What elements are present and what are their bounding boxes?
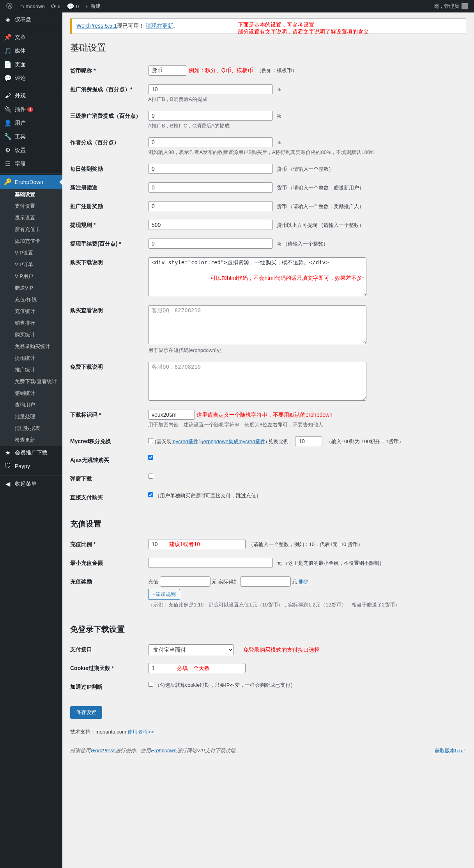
input-withdraw-fee[interactable] — [148, 239, 273, 249]
submenu-gift-vip[interactable]: 赠送VIP — [0, 282, 62, 294]
input-bonus-get[interactable] — [240, 576, 291, 587]
label-promo-commission3: 三级推广消费提成（百分点） — [70, 107, 148, 133]
menu-plugins[interactable]: 🔌插件4 — [0, 103, 62, 116]
menu-appearance[interactable]: 🖌外观 — [0, 89, 62, 103]
menu-collapse[interactable]: ◀收起菜单 — [0, 477, 62, 491]
desc-buy-view: 用于显示在短代码[erphpdown]处 — [148, 347, 466, 354]
shield-icon: 🛡 — [4, 463, 12, 470]
submenu-guest-buy-stats[interactable]: 免登录购买统计 — [0, 341, 62, 352]
submenu-buy-stats[interactable]: 购买统计 — [0, 329, 62, 341]
submenu-batch[interactable]: 批量处理 — [0, 411, 62, 423]
submenu-sales-rank[interactable]: 销售排行 — [0, 317, 62, 329]
comments-link[interactable]: 💬0 — [64, 0, 82, 12]
version-link[interactable]: 获取版本5.5.1 — [435, 748, 466, 753]
submenu-add-card[interactable]: 添加充值卡 — [0, 235, 62, 247]
submenu-vip-settings[interactable]: VIP设置 — [0, 247, 62, 259]
menu-users[interactable]: 👤用户 — [0, 116, 62, 130]
label-promo-commission: 推广消费提成（百分点）* — [70, 80, 148, 107]
updates-count: 6 — [58, 4, 60, 9]
annotation-gateway: 免登录购买模式的支付接口选择 — [243, 647, 320, 653]
input-author-share[interactable] — [148, 137, 273, 147]
submenu-pay[interactable]: 支付设置 — [0, 200, 62, 212]
submenu-recharge[interactable]: 充值/扣钱 — [0, 294, 62, 306]
submenu-clean-db[interactable]: 清理数据表 — [0, 423, 62, 434]
label-buy-view-desc: 购买查看说明 — [70, 301, 148, 358]
label-ip-check: 加通过IP判断 — [70, 678, 148, 697]
submenu-display[interactable]: 显示设置 — [0, 212, 62, 224]
select-pay-gateway[interactable]: 支付宝当面付 — [148, 644, 234, 655]
submenu-vip-orders[interactable]: VIP订单 — [0, 259, 62, 270]
menu-erphpdown[interactable]: 🔑ErphpDown — [0, 175, 62, 189]
menu-posts[interactable]: 📌文章 — [0, 30, 62, 44]
erphpdown-submenu: 基础设置 支付设置 显示设置 所有充值卡 添加充值卡 VIP设置 VIP订单 V… — [0, 189, 62, 446]
input-promo-commission3[interactable] — [148, 111, 273, 121]
menu-dashboard[interactable]: ◈仪表盘 — [0, 12, 62, 26]
annotation-download-code: 这里请自定义一个随机字符串，不要用默认的erphpdown — [196, 412, 333, 418]
menu-paypy[interactable]: 🛡Paypy — [0, 460, 62, 473]
erphpdown-link[interactable]: Erphpdown — [151, 748, 177, 753]
submenu-vip-users[interactable]: VIP用户 — [0, 270, 62, 282]
annotation-buy-desc: 可以加html代码，不会html代码的话只填文字即可，效果差不多~ — [210, 275, 365, 282]
input-min-recharge[interactable] — [148, 558, 273, 568]
input-promo-register[interactable] — [148, 201, 273, 211]
submenu-recharge-stats[interactable]: 充值统计 — [0, 306, 62, 317]
wp-link[interactable]: WordPress — [90, 748, 115, 753]
mycred-link2[interactable]: erphpdown集成mycred插件 — [203, 438, 265, 444]
page-title: 基础设置 — [70, 42, 466, 54]
menu-fields[interactable]: ☲字段 — [0, 157, 62, 171]
checkbox-mycred[interactable] — [148, 438, 153, 443]
desc-author-share: 例如输入80，表示作者A发布的收费资源用户B购买后，A将得到其资源价格的80%，… — [148, 149, 466, 156]
annotation-currency: 例如：积分、Q币、模板币 — [189, 67, 253, 73]
submenu-basic[interactable]: 基础设置 — [0, 189, 62, 200]
annotation-cookie: 必填一个天数 — [177, 665, 210, 671]
submenu-withdraw-stats[interactable]: 提现统计 — [0, 352, 62, 364]
input-promo-commission[interactable] — [148, 84, 273, 94]
annotation-ratio: 建议1或者10 — [169, 541, 200, 547]
new-link[interactable]: +新建 — [82, 0, 103, 12]
submenu-checkin-stats[interactable]: 签到统计 — [0, 387, 62, 399]
input-download-code[interactable] — [148, 410, 195, 420]
label-recharge-ratio: 充值比例 * — [70, 535, 148, 554]
submenu-all-cards[interactable]: 所有充值卡 — [0, 224, 62, 235]
tutorial-link[interactable]: 使用教程>> — [127, 729, 154, 735]
update-now-link[interactable]: 请现在更新 — [146, 23, 173, 29]
wp-logo[interactable]: ⓦ — [3, 0, 17, 12]
howdy-text: 嗨，管理员 — [434, 3, 459, 10]
textarea-free-dl-desc[interactable]: 客服QQ：82708210 — [148, 362, 366, 401]
menu-comments[interactable]: 💬评论 — [0, 71, 62, 85]
menu-pages[interactable]: 📄页面 — [0, 58, 62, 71]
input-new-register[interactable] — [148, 182, 273, 193]
submenu-check-update[interactable]: 检查更新 — [0, 434, 62, 446]
submenu-query-user[interactable]: 查询用户 — [0, 399, 62, 411]
input-withdraw-rule[interactable] — [148, 220, 273, 230]
label-withdraw-rule: 提现规则 * — [70, 216, 148, 235]
add-bonus-rule-button[interactable]: +添加规则 — [148, 589, 180, 600]
mycred-link1[interactable]: mycred插件 — [172, 438, 198, 444]
input-currency-name[interactable] — [148, 65, 187, 76]
checkbox-ajax-buy[interactable] — [148, 455, 153, 460]
input-daily-checkin[interactable] — [148, 164, 273, 174]
checkbox-direct-pay[interactable] — [148, 492, 153, 497]
submenu-free-dl-stats[interactable]: 免费下载/查看统计 — [0, 376, 62, 387]
menu-settings[interactable]: ⚙设置 — [0, 143, 62, 157]
site-name-link[interactable]: ⌂modown — [17, 0, 48, 12]
my-account[interactable]: 嗨，管理员 — [431, 0, 471, 12]
updates-link[interactable]: ⟳6 — [48, 0, 64, 12]
menu-member-promo[interactable]: ★会员推广下载 — [0, 446, 62, 460]
save-button[interactable]: 保存设置 — [70, 706, 102, 719]
menu-separator — [0, 86, 62, 88]
label-buy-dl-desc: 购买下载说明 — [70, 253, 148, 301]
menu-separator — [0, 172, 62, 174]
input-bonus-amount[interactable] — [160, 576, 210, 587]
label-free-dl-desc: 免费下载说明 — [70, 358, 148, 406]
textarea-buy-view-desc[interactable]: 客服QQ：82708210 — [148, 305, 366, 344]
bonus-delete-link[interactable]: 删除 — [299, 579, 309, 585]
checkbox-ip-check[interactable] — [148, 682, 153, 687]
input-mycred-ratio[interactable] — [295, 436, 322, 446]
wp-footer: 感谢使用WordPress进行创作。使用Erphpdown进行网站VIP支付下载… — [62, 743, 474, 758]
submenu-promo-stats[interactable]: 推广统计 — [0, 364, 62, 376]
wp-version-link[interactable]: WordPress 5.5.1 — [76, 23, 117, 29]
menu-tools[interactable]: 🔧工具 — [0, 130, 62, 143]
menu-media[interactable]: 🎵媒体 — [0, 44, 62, 58]
checkbox-popup-dl[interactable] — [148, 474, 153, 479]
